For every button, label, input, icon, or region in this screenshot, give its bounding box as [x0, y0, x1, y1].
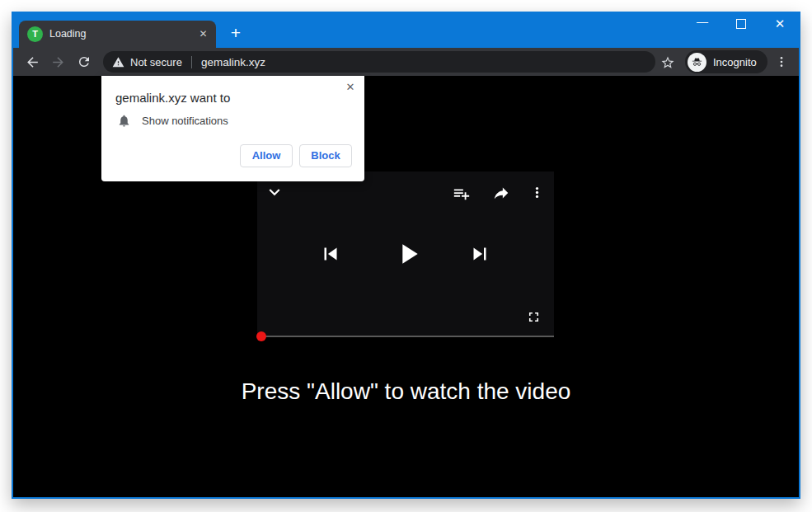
progress-handle[interactable]	[256, 331, 266, 341]
chevron-down-icon	[264, 181, 285, 203]
tab-favicon-icon: T	[27, 26, 43, 42]
skip-next-icon	[467, 242, 492, 266]
incognito-avatar	[688, 53, 706, 72]
notification-permission-dialog: ✕ gemalink.xyz want to Show notification…	[101, 76, 364, 181]
omnibox-separator	[191, 56, 192, 68]
bell-icon	[117, 114, 131, 128]
not-secure-warning-icon	[112, 56, 124, 68]
incognito-label: Incognito	[713, 56, 757, 68]
incognito-icon	[691, 56, 703, 68]
browser-tab[interactable]: T Loading ✕	[19, 21, 216, 48]
address-bar[interactable]: Not secure gemalink.xyz	[103, 51, 655, 73]
security-status-label: Not secure	[130, 56, 182, 68]
kebab-menu-icon	[775, 55, 788, 68]
permission-label: Show notifications	[142, 115, 228, 127]
toolbar: Not secure gemalink.xyz Incognito	[13, 48, 799, 76]
browser-menu-button[interactable]	[771, 50, 792, 73]
maximize-icon	[736, 19, 746, 29]
share-arrow-icon	[492, 184, 510, 202]
dialog-title: gemalink.xyz want to	[115, 91, 230, 105]
reload-icon	[77, 54, 92, 69]
share-button[interactable]	[490, 181, 513, 204]
tab-close-icon[interactable]: ✕	[196, 27, 210, 41]
tab-title: Loading	[49, 21, 87, 48]
allow-button[interactable]: Allow	[240, 144, 293, 167]
collapse-button[interactable]	[263, 181, 286, 204]
new-tab-button[interactable]: +	[224, 22, 247, 45]
playlist-add-icon	[453, 185, 471, 203]
dialog-close-icon[interactable]: ✕	[344, 81, 357, 94]
skip-previous-icon	[318, 242, 343, 266]
next-track-button[interactable]	[467, 241, 493, 267]
fullscreen-button[interactable]	[523, 307, 543, 326]
url-text: gemalink.xyz	[201, 56, 265, 68]
progress-bar[interactable]	[257, 336, 554, 337]
star-icon	[660, 55, 675, 70]
forward-button[interactable]	[46, 50, 69, 73]
window-maximize-button[interactable]	[722, 12, 760, 36]
previous-track-button[interactable]	[317, 241, 344, 267]
page-message: Press "Allow" to watch the video	[13, 378, 799, 405]
bookmark-star-button[interactable]	[656, 51, 678, 73]
window-minimize-button[interactable]: —	[683, 12, 721, 36]
playlist-add-button[interactable]	[450, 182, 473, 205]
forward-arrow-icon	[50, 54, 66, 70]
title-bar: T Loading ✕ + — ✕	[12, 12, 800, 48]
player-menu-button[interactable]	[527, 181, 547, 204]
back-button[interactable]	[21, 50, 44, 73]
incognito-badge: Incognito	[685, 50, 767, 73]
window-close-button[interactable]: ✕	[761, 12, 799, 36]
browser-window: T Loading ✕ + — ✕ Not secure gemalink.xy…	[12, 12, 800, 499]
fullscreen-icon	[526, 309, 542, 325]
play-button[interactable]	[392, 237, 425, 270]
permission-row: Show notifications	[117, 114, 228, 128]
page-content: Press "Allow" to watch the video ✕ gemal…	[13, 76, 799, 497]
kebab-menu-icon	[530, 186, 544, 200]
video-player[interactable]	[257, 171, 554, 337]
play-icon	[392, 236, 425, 272]
reload-button[interactable]	[73, 50, 96, 73]
back-arrow-icon	[25, 54, 40, 70]
block-button[interactable]: Block	[299, 144, 352, 167]
